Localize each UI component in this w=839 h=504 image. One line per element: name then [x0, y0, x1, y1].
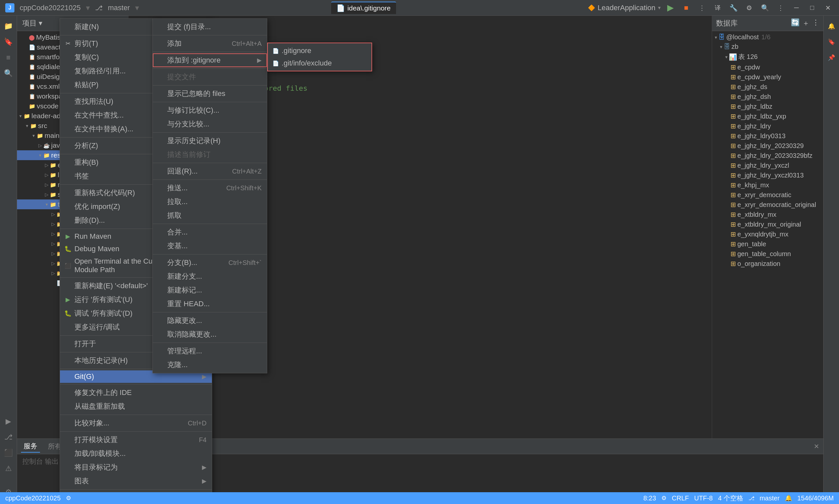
db-item-ejghzldryyxczl0313[interactable]: ⊞ e_jghz_ldry_yxczl0313: [712, 170, 823, 180]
breadcrumb-project[interactable]: cppCode20221025: [20, 4, 81, 12]
statusbar-icon-settings[interactable]: ⚙: [66, 494, 71, 502]
db-item-ejghzdsh[interactable]: ⊞ e_jghz_dsh: [712, 92, 823, 102]
git-menu-item-add[interactable]: 添加 Ctrl+Alt+A: [153, 37, 267, 50]
db-tree[interactable]: ▾ 🗄 @localhost 1/6 ▾ 🗄 zb ▾ 📊 表 126 ⊞ e_…: [712, 31, 823, 504]
tools-icon[interactable]: 🔧: [727, 2, 739, 14]
git-menu-item-rebase[interactable]: 变基...: [153, 239, 267, 253]
git-label-commitfile: 提交文件: [167, 72, 262, 82]
settings-icon[interactable]: ⚙: [743, 2, 755, 14]
menu-item-compare[interactable]: 比较对象... Ctrl+D: [60, 416, 212, 430]
stop-button[interactable]: ■: [680, 2, 692, 14]
git-menu-item-newbranch[interactable]: 新建分支...: [153, 270, 267, 283]
db-item-zb[interactable]: ▾ 🗄 zb: [712, 42, 823, 51]
close-button[interactable]: ✕: [822, 2, 834, 14]
git-menu-item-clone[interactable]: 克隆...: [153, 358, 267, 372]
menu-item-loadmodule[interactable]: 加载/卸载模块...: [60, 447, 212, 461]
more-options-icon[interactable]: ⋮: [775, 2, 787, 14]
db-item-ejghzldbz[interactable]: ⊞ e_jghz_ldbz: [712, 102, 823, 111]
git-menu-item-addgitignore[interactable]: 添加到 :gitignore ▶: [153, 53, 267, 67]
git-menu-item-fetch[interactable]: 抓取: [153, 209, 267, 222]
statusbar-notification-icon[interactable]: 🔔: [785, 494, 792, 502]
git-menu-item-merge[interactable]: 合并...: [153, 225, 267, 239]
menu-item-modulesettings[interactable]: 打开模块设置 F4: [60, 433, 212, 447]
statusbar-branch[interactable]: master: [760, 494, 780, 502]
db-item-extbldrymxoriginal[interactable]: ⊞ e_xtbldry_mx_original: [712, 219, 823, 229]
db-item-extbldrymx[interactable]: ⊞ e_xtbldry_mx: [712, 210, 823, 219]
sidebar-icon-run[interactable]: ▶: [2, 415, 15, 428]
statusbar-settings-icon[interactable]: ⚙: [661, 494, 667, 502]
db-item-ejghzldry[interactable]: ⊞ e_jghz_ldry: [712, 121, 823, 131]
statusbar-memory[interactable]: 1546/4096M: [798, 494, 834, 502]
sidebar-icon-search[interactable]: 🔍: [2, 67, 15, 80]
run-config[interactable]: 🔶 LeaderApplication ▾: [588, 4, 661, 12]
db-item-ejghzldryyxczl[interactable]: ⊞ e_jghz_ldry_yxczl: [712, 160, 823, 170]
sidebar-icon-problems[interactable]: ⚠: [2, 462, 15, 475]
db-item-exryrdemocratic[interactable]: ⊞ e_xryr_democratic: [712, 190, 823, 200]
sidebar-icon-structure[interactable]: ≡: [2, 51, 15, 64]
sidebar-icon-bookmarks[interactable]: 🔖: [2, 35, 15, 49]
db-item-gentable[interactable]: ⊞ gen_table: [712, 239, 823, 249]
git-menu-item-branch[interactable]: 分支(B)... Ctrl+Shift+`: [153, 256, 267, 270]
git-menu-item-commit[interactable]: 提交 (f)目录...: [153, 20, 267, 34]
run-button[interactable]: ▶: [665, 2, 677, 14]
db-item-oorganization[interactable]: ⊞ o_organization: [712, 259, 823, 269]
statusbar-linesep[interactable]: CRLF: [672, 494, 689, 502]
git-label-rebase: 变基...: [167, 241, 262, 251]
git-menu-item-manageremote[interactable]: 管理远程...: [153, 344, 267, 358]
translate-icon[interactable]: 译: [712, 2, 724, 14]
db-item-ekhpjmx[interactable]: ⊞ e_khpj_mx: [712, 180, 823, 190]
db-more-icon[interactable]: ⋮: [812, 18, 819, 28]
sidebar-icon-terminal[interactable]: ⬛: [2, 446, 15, 460]
statusbar-linecol[interactable]: 8:23: [643, 494, 656, 502]
search-icon[interactable]: 🔍: [759, 2, 771, 14]
db-refresh-icon[interactable]: 🔄: [791, 18, 800, 28]
db-label10: e_jghz_ldry: [737, 123, 771, 130]
git-menu-item-resethead[interactable]: 重置 HEAD...: [153, 297, 267, 311]
statusbar-indent[interactable]: 4 个空格: [718, 494, 743, 503]
db-item-eyxnqldry[interactable]: ⊞ e_yxnqldrytjb_mx: [712, 229, 823, 239]
db-add-icon[interactable]: ＋: [802, 18, 809, 28]
sidebar-icon-git[interactable]: ⎇: [2, 431, 15, 444]
db-item-ecpdw[interactable]: ⊞ e_cpdw: [712, 62, 823, 72]
gitignore-item-gitignore[interactable]: 📄 .gitignore: [268, 44, 372, 57]
db-item-localhost[interactable]: ▾ 🗄 @localhost 1/6: [712, 32, 823, 42]
git-menu-item-commitfile: 提交文件: [153, 70, 267, 84]
maximize-button[interactable]: □: [806, 2, 818, 14]
git-menu-item-push[interactable]: 推送... Ctrl+Shift+K: [153, 181, 267, 195]
menu-item-markdir[interactable]: 将目录标记为 ▶: [60, 461, 212, 474]
gitignore-item-exclude[interactable]: 📄 .git/info/exclude: [268, 57, 372, 69]
git-menu-item-comparebranch[interactable]: 与分支比较...: [153, 117, 267, 131]
git-menu-item-comparerevision[interactable]: 与修订比较(C)...: [153, 104, 267, 117]
active-tab[interactable]: 📄 idea\.gitignore: [331, 2, 396, 14]
project-label: 项目 ▾: [22, 18, 42, 28]
git-menu-item-unstash[interactable]: 取消隐藏更改...: [153, 327, 267, 341]
menu-item-reload[interactable]: 从磁盘重新加载: [60, 399, 212, 413]
db-item-gentablecolumn[interactable]: ⊞ gen_table_column: [712, 249, 823, 259]
right-icon-pin[interactable]: 📌: [825, 51, 838, 64]
breadcrumb-branch[interactable]: master: [108, 4, 130, 12]
db-item-tables[interactable]: ▾ 📊 表 126: [712, 51, 823, 62]
statusbar-project[interactable]: cppCode20221025: [5, 494, 61, 502]
statusbar-encoding[interactable]: UTF-8: [694, 494, 713, 502]
menu-item-diagram[interactable]: 图表 ▶: [60, 474, 212, 488]
right-icon-notifications[interactable]: 🔔: [825, 20, 838, 33]
db-label15: e_jghz_ldry_yxczl0313: [737, 172, 804, 179]
git-menu-item-showignored[interactable]: 显示已忽略的 files: [153, 87, 267, 101]
db-item-ejghzldry0313[interactable]: ⊞ e_jghz_ldry0313: [712, 131, 823, 141]
db-item-ecpdwyearly[interactable]: ⊞ e_cpdw_yearly: [712, 72, 823, 82]
db-item-ejghzldbzyxp[interactable]: ⊞ e_jghz_ldbz_yxp: [712, 111, 823, 121]
db-item-ejghzds[interactable]: ⊞ e_jghz_ds: [712, 82, 823, 92]
git-menu-item-stash[interactable]: 隐藏更改...: [153, 314, 267, 327]
git-menu-item-newtag[interactable]: 新建标记...: [153, 283, 267, 297]
git-menu-item-rollback[interactable]: 回退(R)... Ctrl+Alt+Z: [153, 164, 267, 178]
db-item-ejghzldry20230329[interactable]: ⊞ e_jghz_ldry_20230329: [712, 141, 823, 151]
db-item-exryrdemocraticoriginal[interactable]: ⊞ e_xryr_democratic_original: [712, 200, 823, 210]
right-icon-bookmark[interactable]: 🔖: [825, 35, 838, 49]
sidebar-icon-project[interactable]: 📁: [2, 20, 15, 33]
git-menu-item-showhistory[interactable]: 显示历史记录(H): [153, 134, 267, 148]
db-item-ejghzldry20230329bfz[interactable]: ⊞ e_jghz_ldry_20230329bfz: [712, 151, 823, 160]
minimize-button[interactable]: ─: [790, 2, 802, 14]
menu-item-fixide[interactable]: 修复文件上的 IDE: [60, 386, 212, 399]
git-menu-item-pull[interactable]: 拉取...: [153, 195, 267, 209]
more-button[interactable]: ⋮: [696, 2, 708, 14]
